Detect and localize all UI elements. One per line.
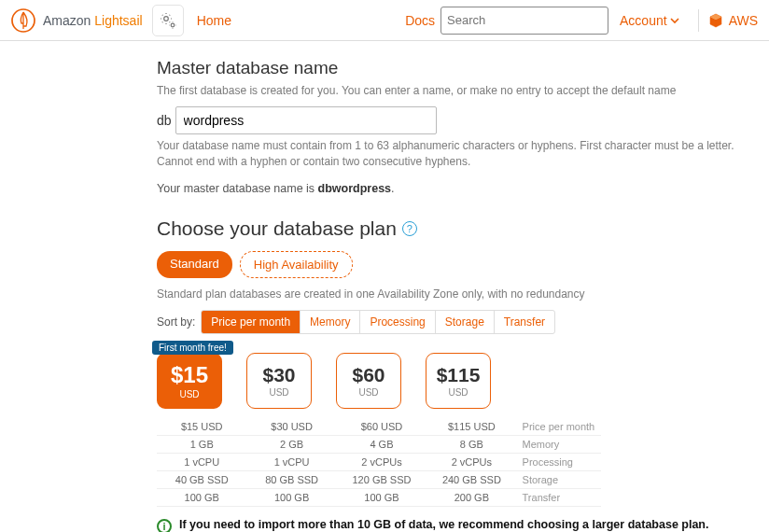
table-row: 1 GB 2 GB 4 GB 8 GB Memory bbox=[157, 435, 601, 453]
main-content: Master database name The first database … bbox=[0, 41, 767, 532]
table-row: 100 GB 100 GB 100 GB 200 GB Transfer bbox=[157, 488, 601, 506]
sort-tab-memory[interactable]: Memory bbox=[301, 311, 360, 333]
sort-tabs: Price per month Memory Processing Storag… bbox=[201, 310, 555, 334]
plan-type-tabs: Standard High Availability bbox=[157, 251, 767, 278]
cube-icon bbox=[708, 13, 723, 28]
master-db-subtitle: The first database is created for you. Y… bbox=[157, 84, 767, 97]
plan-price: $60 bbox=[352, 364, 384, 386]
help-icon[interactable]: ? bbox=[402, 221, 417, 236]
sort-tab-transfer[interactable]: Transfer bbox=[495, 311, 554, 333]
table-row: 40 GB SSD 80 GB SSD 120 GB SSD 240 GB SS… bbox=[157, 470, 601, 488]
info-icon: i bbox=[157, 519, 172, 532]
row-label: Price per month bbox=[517, 418, 601, 436]
plan-price: $115 bbox=[437, 364, 481, 386]
table-row: 1 vCPU 1 vCPU 2 vCPUs 2 vCPUs Processing bbox=[157, 453, 601, 470]
row-label: Processing bbox=[517, 453, 601, 470]
table-row: $15 USD $30 USD $60 USD $115 USD Price p… bbox=[157, 418, 601, 436]
plan-currency: USD bbox=[358, 387, 378, 398]
db-name-confirm: Your master database name is dbwordpress… bbox=[157, 182, 767, 195]
info-text: If you need to import more than 10 GB of… bbox=[179, 518, 708, 532]
sort-row: Sort by: Price per month Memory Processi… bbox=[157, 310, 767, 334]
tab-high-availability[interactable]: High Availability bbox=[240, 251, 353, 278]
search-box[interactable] bbox=[440, 7, 608, 35]
logo[interactable]: Amazon Lightsail bbox=[11, 8, 143, 33]
plan-card-115[interactable]: $115 USD bbox=[426, 353, 491, 409]
plan-title: Choose your database plan bbox=[157, 217, 397, 240]
logo-text: Amazon Lightsail bbox=[43, 13, 143, 28]
plan-currency: USD bbox=[269, 387, 288, 398]
divider bbox=[698, 9, 699, 32]
row-label: Storage bbox=[517, 470, 601, 488]
plan-card-30[interactable]: $30 USD bbox=[246, 353, 312, 409]
first-month-free-badge: First month free! bbox=[152, 341, 233, 355]
plan-description: Standard plan databases are created in o… bbox=[157, 287, 767, 301]
docs-link[interactable]: Docs bbox=[405, 13, 435, 28]
plan-currency: USD bbox=[448, 387, 468, 398]
plan-cards: First month free! $15 USD $30 USD $60 US… bbox=[157, 353, 767, 409]
db-prefix-label: db bbox=[157, 106, 175, 134]
plan-price: $30 bbox=[262, 364, 295, 386]
lightsail-logo-icon bbox=[11, 8, 35, 33]
svg-point-1 bbox=[163, 16, 168, 21]
spec-table: $15 USD $30 USD $60 USD $115 USD Price p… bbox=[157, 418, 601, 507]
chevron-down-icon bbox=[670, 16, 679, 25]
gear-icon bbox=[158, 10, 178, 31]
home-link[interactable]: Home bbox=[197, 13, 231, 28]
row-label: Transfer bbox=[517, 488, 601, 506]
top-bar: Amazon Lightsail Home Docs Account bbox=[0, 0, 769, 41]
svg-point-2 bbox=[171, 23, 175, 27]
plan-card-15[interactable]: First month free! $15 USD bbox=[157, 353, 222, 409]
master-db-title: Master database name bbox=[157, 58, 767, 78]
db-name-row: db bbox=[157, 106, 767, 134]
db-name-input[interactable] bbox=[175, 106, 437, 134]
sort-tab-processing[interactable]: Processing bbox=[360, 311, 435, 333]
plan-price: $15 bbox=[171, 362, 208, 388]
sort-tab-price[interactable]: Price per month bbox=[202, 311, 301, 333]
plan-header: Choose your database plan ? bbox=[157, 217, 767, 240]
aws-link[interactable]: AWS bbox=[708, 13, 758, 28]
db-name-hint: Your database name must contain from 1 t… bbox=[157, 138, 767, 171]
plan-card-60[interactable]: $60 USD bbox=[336, 353, 401, 409]
account-link[interactable]: Account bbox=[620, 13, 679, 28]
settings-button[interactable] bbox=[152, 5, 184, 36]
search-input[interactable] bbox=[447, 13, 604, 27]
info-banner: i If you need to import more than 10 GB … bbox=[157, 518, 767, 532]
sort-label: Sort by: bbox=[157, 315, 195, 329]
plan-currency: USD bbox=[179, 389, 199, 399]
sort-tab-storage[interactable]: Storage bbox=[436, 311, 495, 333]
tab-standard[interactable]: Standard bbox=[157, 251, 232, 278]
row-label: Memory bbox=[517, 435, 601, 453]
